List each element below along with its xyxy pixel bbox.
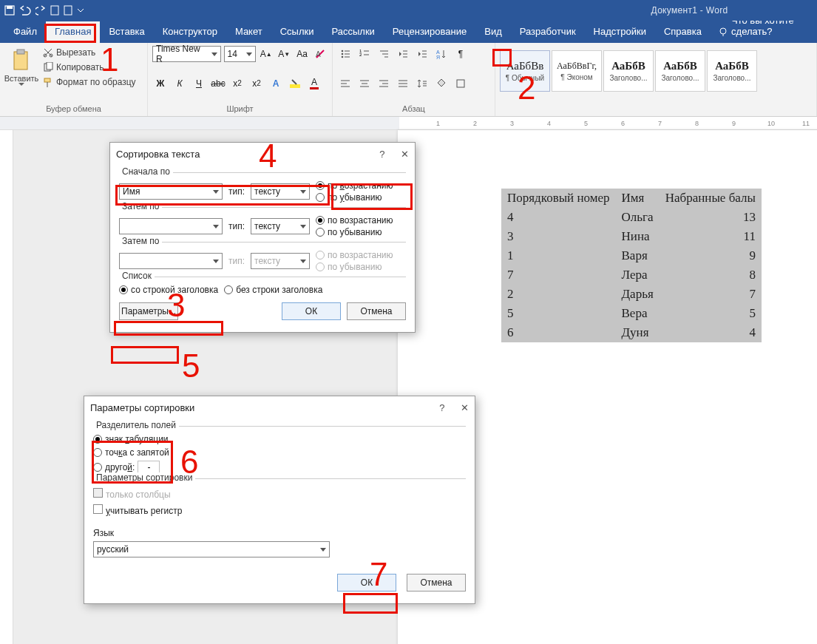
highlight-icon[interactable] <box>287 75 303 92</box>
sort-dialog-titlebar: Сортировка текста ? ✕ <box>110 143 415 165</box>
horizontal-ruler[interactable]: 123 456 789 1011 <box>0 117 817 130</box>
svg-text:10: 10 <box>767 120 775 127</box>
ribbon-tabs: Файл Главная Вставка Конструктор Макет С… <box>0 21 817 43</box>
svg-text:8: 8 <box>695 120 699 127</box>
sort-type3-combo: тексту <box>251 253 310 269</box>
sort2-asc-radio[interactable]: по возрастанию <box>316 215 393 226</box>
svg-rect-7 <box>17 50 24 54</box>
close-icon[interactable]: ✕ <box>461 402 469 413</box>
tab-help[interactable]: Справка <box>655 21 711 43</box>
format-painter-button[interactable]: Формат по образцу <box>43 75 136 89</box>
style-econom[interactable]: АаБбВвГг,¶ Эконом <box>552 50 602 92</box>
svg-rect-1 <box>7 6 13 9</box>
tab-file[interactable]: Файл <box>4 21 46 43</box>
change-case-icon[interactable]: Aa <box>294 46 309 62</box>
tab-layout[interactable]: Макет <box>226 21 271 43</box>
subscript-icon[interactable]: x2 <box>229 75 245 92</box>
sort-field1-combo[interactable]: Имя <box>119 183 223 200</box>
tab-home[interactable]: Главная <box>46 21 100 43</box>
svg-text:Я: Я <box>436 55 440 59</box>
paste-button[interactable]: Вставить <box>4 46 38 95</box>
cut-button[interactable]: Вырезать <box>43 46 136 59</box>
tab-references[interactable]: Ссылки <box>271 21 323 43</box>
style-h2[interactable]: АаБбВЗаголово... <box>655 50 705 92</box>
svg-rect-2 <box>51 6 58 15</box>
clear-format-icon[interactable]: A <box>313 46 328 62</box>
sort1-asc-radio[interactable]: по возрастанию <box>316 180 393 191</box>
help-icon[interactable]: ? <box>379 149 384 160</box>
sort2-desc-radio[interactable]: по убыванию <box>316 227 393 237</box>
tab-insert[interactable]: Вставка <box>100 21 153 43</box>
svg-rect-12 <box>44 78 50 82</box>
sort-params-button[interactable]: Параметры... <box>119 302 178 320</box>
outdent-icon[interactable] <box>395 46 411 62</box>
svg-point-17 <box>342 53 344 55</box>
align-left-icon[interactable] <box>337 75 353 92</box>
tab-developer[interactable]: Разработчик <box>511 21 585 43</box>
sort-cancel-button[interactable]: Отмена <box>347 302 406 320</box>
params-ok-button[interactable]: ОК <box>337 574 396 592</box>
sort-ok-button[interactable]: ОК <box>282 302 341 320</box>
tab-view[interactable]: Вид <box>475 21 511 43</box>
svg-rect-51 <box>457 80 464 87</box>
case-sens-check[interactable]: учитывать регистр <box>93 504 466 516</box>
help-icon[interactable]: ? <box>439 402 444 413</box>
no-header-radio[interactable]: без строки заголовка <box>224 285 322 295</box>
save-icon[interactable] <box>4 5 15 16</box>
shrink-font-icon[interactable]: A▼ <box>277 46 291 62</box>
group-styles: АаБбВв¶ Обычный АаБбВвГг,¶ Эконом АаБбВЗ… <box>495 43 817 116</box>
blank-icon[interactable] <box>64 5 72 16</box>
group-paragraph: 12 AЯ ¶ Абзац <box>333 43 495 116</box>
align-center-icon[interactable] <box>356 75 373 92</box>
justify-icon[interactable] <box>395 75 411 92</box>
sort1-desc-radio[interactable]: по убыванию <box>316 192 393 203</box>
with-header-radio[interactable]: со строкой заголовка <box>119 285 218 295</box>
pilcrow-icon[interactable]: ¶ <box>452 46 469 62</box>
sort-icon[interactable]: AЯ <box>433 46 450 62</box>
multilevel-icon[interactable] <box>376 46 392 62</box>
grow-font-icon[interactable]: A▲ <box>259 46 274 62</box>
font-color-icon[interactable]: A <box>306 75 322 92</box>
font-name-combo[interactable]: Times New R <box>152 46 221 62</box>
sort-type2-combo[interactable]: тексту <box>251 218 310 234</box>
qat-dropdown-icon[interactable] <box>77 7 84 14</box>
sep-semicolon-radio[interactable]: точка с запятой <box>93 447 466 458</box>
bold-icon[interactable]: Ж <box>152 75 169 92</box>
superscript-icon[interactable]: x2 <box>248 75 265 92</box>
tab-review[interactable]: Рецензирование <box>384 21 475 43</box>
style-normal[interactable]: АаБбВв¶ Обычный <box>500 50 550 92</box>
tab-design[interactable]: Конструктор <box>154 21 226 43</box>
strike-icon[interactable]: abc <box>210 75 226 92</box>
sort-field2-combo[interactable] <box>119 218 223 234</box>
sort-params-dialog: Параметры сортировки ? ✕ Разделитель пол… <box>84 396 475 604</box>
undo-icon[interactable] <box>19 5 31 16</box>
svg-rect-14 <box>290 84 300 88</box>
bullets-icon[interactable] <box>337 46 353 62</box>
params-cancel-button[interactable]: Отмена <box>407 574 466 592</box>
font-size-combo[interactable]: 14 <box>224 46 256 62</box>
line-spacing-icon[interactable] <box>414 75 430 92</box>
underline-icon[interactable]: Ч <box>191 75 207 92</box>
sort-type1-combo[interactable]: тексту <box>251 183 310 200</box>
text-effects-icon[interactable]: A <box>268 75 284 92</box>
vertical-ruler[interactable] <box>0 130 13 644</box>
indent-icon[interactable] <box>414 46 430 62</box>
lang-combo[interactable]: русский <box>93 541 330 557</box>
quick-access-toolbar <box>4 5 84 16</box>
copy-button[interactable]: Копировать <box>43 61 136 74</box>
numbering-icon[interactable]: 12 <box>356 46 373 62</box>
style-h3[interactable]: АаБбВЗаголово... <box>707 50 757 92</box>
tab-addins[interactable]: Надстройки <box>585 21 655 43</box>
tab-mailings[interactable]: Рассылки <box>322 21 383 43</box>
svg-text:5: 5 <box>584 120 588 127</box>
shading-icon[interactable] <box>433 75 450 92</box>
borders-icon[interactable] <box>452 75 469 92</box>
redo-icon[interactable] <box>35 5 46 16</box>
lang-label: Язык <box>93 528 466 538</box>
close-icon[interactable]: ✕ <box>401 149 409 160</box>
sep-tab-radio[interactable]: знак табуляции <box>93 434 466 444</box>
italic-icon[interactable]: К <box>172 75 188 92</box>
new-icon[interactable] <box>50 5 59 16</box>
align-right-icon[interactable] <box>376 75 392 92</box>
style-h1[interactable]: АаБбВЗаголово... <box>603 50 654 92</box>
